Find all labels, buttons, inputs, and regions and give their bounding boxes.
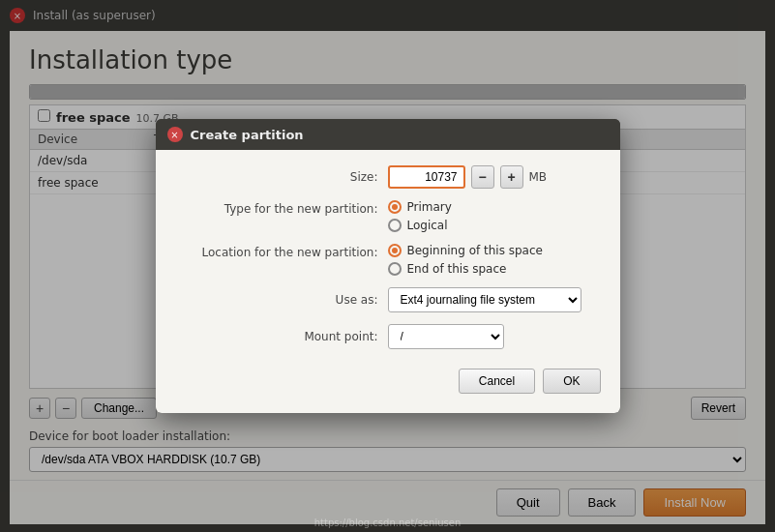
- radio-end-circle: [388, 262, 402, 276]
- create-partition-dialog: × Create partition Size: − + MB Type for…: [156, 119, 620, 413]
- radio-end[interactable]: End of this space: [388, 262, 543, 276]
- mount-point-label: Mount point:: [175, 330, 378, 343]
- size-minus-button[interactable]: −: [471, 165, 494, 189]
- size-label: Size:: [175, 170, 378, 184]
- cancel-button[interactable]: Cancel: [459, 369, 535, 394]
- size-row: Size: − + MB: [175, 165, 601, 189]
- size-input[interactable]: [388, 165, 465, 189]
- dialog-body: Size: − + MB Type for the new partition:…: [156, 150, 620, 413]
- mount-point-select[interactable]: /: [388, 324, 504, 349]
- use-as-row: Use as: Ext4 journaling file system: [175, 287, 601, 312]
- radio-primary-label: Primary: [407, 200, 452, 214]
- type-radio-group: Primary Logical: [388, 200, 452, 232]
- use-as-select[interactable]: Ext4 journaling file system: [388, 287, 581, 312]
- ok-button[interactable]: OK: [543, 369, 600, 394]
- radio-logical-circle: [388, 219, 402, 232]
- dialog-title: Create partition: [191, 128, 304, 142]
- radio-primary-circle: [388, 200, 402, 214]
- mount-point-row: Mount point: /: [175, 324, 601, 349]
- type-label: Type for the new partition:: [175, 200, 378, 216]
- dialog-title-bar: × Create partition: [156, 119, 620, 150]
- radio-end-label: End of this space: [407, 262, 507, 276]
- radio-logical-label: Logical: [407, 219, 448, 232]
- radio-logical[interactable]: Logical: [388, 219, 452, 232]
- size-plus-button[interactable]: +: [500, 165, 523, 189]
- type-row: Type for the new partition: Primary Logi…: [175, 200, 601, 232]
- size-content: − + MB: [388, 165, 601, 189]
- radio-primary[interactable]: Primary: [388, 200, 452, 214]
- radio-beginning-label: Beginning of this space: [407, 244, 543, 257]
- location-label: Location for the new partition:: [175, 244, 378, 259]
- dialog-close-button[interactable]: ×: [167, 127, 183, 142]
- location-row: Location for the new partition: Beginnin…: [175, 244, 601, 276]
- use-as-label: Use as:: [175, 293, 378, 307]
- dialog-overlay: × Create partition Size: − + MB Type for…: [0, 0, 775, 532]
- location-radio-group: Beginning of this space End of this spac…: [388, 244, 543, 276]
- radio-beginning-circle: [388, 244, 402, 257]
- size-unit: MB: [529, 170, 548, 184]
- dialog-footer: Cancel OK: [175, 361, 601, 394]
- radio-beginning[interactable]: Beginning of this space: [388, 244, 543, 257]
